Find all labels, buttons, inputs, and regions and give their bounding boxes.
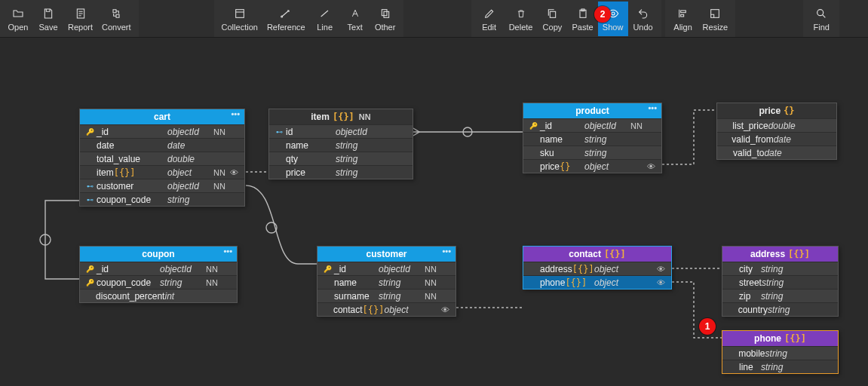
paste-button[interactable]: Paste — [567, 2, 597, 36]
field-row[interactable]: citystring — [722, 262, 838, 275]
delete-button[interactable]: Delete — [505, 2, 538, 36]
field-row[interactable]: namestring — [523, 132, 661, 146]
field-name: _id — [538, 121, 584, 131]
field-row[interactable]: 🔑coupon_codestringNN — [80, 275, 237, 289]
align-label: Align — [673, 23, 692, 32]
save-button[interactable]: Save — [33, 2, 63, 36]
field-type: string — [765, 348, 807, 359]
visibility-icon[interactable]: 👁 — [655, 265, 667, 274]
braces-icon: [{}] — [785, 249, 810, 259]
svg-point-12 — [817, 10, 824, 16]
resize-label: Resize — [703, 23, 728, 32]
reference-icon — [279, 6, 293, 21]
text-button[interactable]: Text — [340, 2, 370, 36]
entity-phone[interactable]: phone[{}]mobilestringlinestring — [722, 330, 839, 374]
key-icon: 🔑 — [84, 128, 95, 136]
line-button[interactable]: Line — [310, 2, 340, 36]
field-row[interactable]: phone[{}]object👁 — [523, 275, 671, 289]
other-button[interactable]: Other — [370, 2, 400, 36]
entity-address-header[interactable]: address[{}] — [722, 247, 838, 262]
field-name: mobile — [737, 348, 765, 359]
field-name: country — [737, 305, 768, 315]
visibility-icon[interactable]: 👁 — [645, 162, 657, 171]
open-button[interactable]: Open — [3, 2, 33, 36]
field-row[interactable]: price{}object👁 — [523, 159, 661, 173]
field-row[interactable]: mobilestring — [722, 346, 838, 360]
entity-item[interactable]: item[{}]NN⊷idobjectIdnamestringqtystring… — [268, 109, 413, 179]
report-button[interactable]: Report — [63, 2, 97, 36]
field-row[interactable]: ⊷customerobjectIdNN — [80, 179, 244, 192]
field-type: objectId — [336, 127, 379, 137]
more-icon[interactable]: ••• — [223, 247, 232, 256]
entity-item-header[interactable]: item[{}]NN — [269, 109, 413, 124]
field-row[interactable]: item[{}]objectNN👁 — [80, 165, 244, 179]
field-name: phone[{}] — [538, 277, 594, 288]
entity-cart[interactable]: cart•••🔑_idobjectIdNNdatedatetotal_value… — [79, 109, 245, 207]
align-button[interactable]: Align — [668, 2, 698, 36]
entity-phone-header[interactable]: phone[{}] — [722, 331, 838, 346]
field-row[interactable]: contact[{}]object👁 — [317, 302, 455, 316]
field-row[interactable]: 🔑_idobjectIdNN — [317, 262, 455, 275]
more-icon[interactable]: ••• — [231, 109, 240, 118]
show-label: Show — [603, 23, 624, 32]
field-row[interactable]: qtystring — [269, 152, 413, 165]
field-row[interactable]: pricestring — [269, 165, 413, 179]
field-row[interactable]: zipstring — [722, 289, 838, 302]
entity-coupon[interactable]: coupon•••🔑_idobjectIdNN🔑coupon_codestrin… — [79, 246, 238, 303]
visibility-icon[interactable]: 👁 — [655, 278, 667, 287]
field-row[interactable]: datedate — [80, 138, 244, 152]
diagram-canvas[interactable]: cart•••🔑_idobjectIdNNdatedatetotal_value… — [0, 38, 868, 386]
edit-button[interactable]: Edit — [474, 2, 505, 36]
field-row[interactable]: surnamestringNN — [317, 289, 455, 302]
entity-price[interactable]: price{}list_pricedoublevalid_fromdateval… — [716, 103, 837, 160]
field-row[interactable]: ⊷coupon_codestring — [80, 192, 244, 206]
report-icon — [75, 6, 87, 21]
entity-contact-header[interactable]: contact[{}] — [523, 247, 671, 262]
field-row[interactable]: 🔑_idobjectIdNN — [80, 262, 237, 275]
field-row[interactable]: 🔑_idobjectIdNN — [80, 124, 244, 138]
field-row[interactable]: countrystring — [722, 302, 838, 316]
entity-cart-header[interactable]: cart••• — [80, 109, 244, 124]
field-row[interactable]: namestring — [269, 138, 413, 152]
copy-label: Copy — [543, 23, 563, 32]
undo-button[interactable]: Undo — [628, 2, 658, 36]
visibility-icon[interactable]: 👁 — [228, 168, 240, 177]
field-row[interactable]: ⊷idobjectId — [269, 124, 413, 138]
field-row[interactable]: address[{}]object👁 — [523, 262, 671, 275]
field-type: string — [584, 134, 628, 145]
entity-coupon-header[interactable]: coupon••• — [80, 247, 237, 262]
field-row[interactable]: 🔑_idobjectIdNN — [523, 118, 661, 132]
field-row[interactable]: namestringNN — [317, 275, 455, 289]
entity-address[interactable]: address[{}]citystringstreetstringzipstri… — [722, 246, 839, 317]
entity-price-header[interactable]: price{} — [717, 103, 836, 118]
braces-icon: [{}] — [330, 112, 354, 122]
find-button[interactable]: Find — [806, 2, 836, 36]
reference-button[interactable]: Reference — [262, 2, 310, 36]
entity-product-header[interactable]: product••• — [523, 103, 661, 118]
collection-button[interactable]: Collection — [217, 2, 262, 36]
key-icon: ⊷ — [84, 182, 95, 190]
entity-title: item — [311, 112, 330, 122]
resize-button[interactable]: Resize — [698, 2, 733, 36]
field-row[interactable]: list_pricedouble — [717, 118, 836, 132]
field-row[interactable]: discount_percentint — [80, 289, 237, 302]
field-row[interactable]: valid_fromdate — [717, 132, 836, 146]
entity-title: price — [759, 106, 781, 116]
reference-label: Reference — [267, 23, 305, 32]
field-row[interactable]: linestring — [722, 360, 838, 373]
field-name: coupon_code — [95, 195, 167, 205]
copy-button[interactable]: Copy — [537, 2, 567, 36]
more-icon[interactable]: ••• — [442, 247, 451, 256]
convert-button[interactable]: Convert — [97, 2, 136, 36]
field-name: qty — [284, 154, 336, 164]
entity-customer[interactable]: customer•••🔑_idobjectIdNNnamestringNNsur… — [317, 246, 456, 317]
entity-product[interactable]: product•••🔑_idobjectIdNNnamestringskustr… — [523, 103, 662, 173]
visibility-icon[interactable]: 👁 — [440, 305, 451, 314]
field-row[interactable]: total_valuedouble — [80, 152, 244, 165]
field-row[interactable]: valid_todate — [717, 146, 836, 159]
field-row[interactable]: streetstring — [722, 275, 838, 289]
more-icon[interactable]: ••• — [648, 103, 657, 112]
entity-contact[interactable]: contact[{}]address[{}]object👁phone[{}]ob… — [523, 246, 672, 290]
field-row[interactable]: skustring — [523, 146, 661, 159]
entity-customer-header[interactable]: customer••• — [317, 247, 455, 262]
